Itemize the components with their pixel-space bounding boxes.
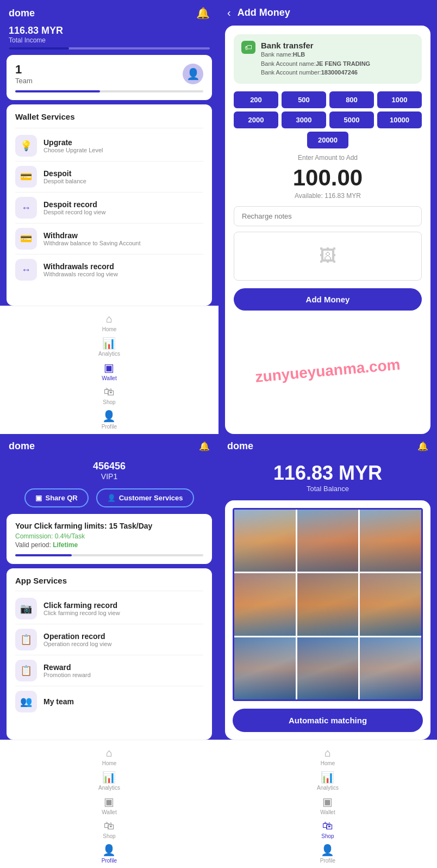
bank-tag-icon: 🏷 — [241, 41, 255, 54]
service-upgrade[interactable]: 💡 Upgrate Choose Upgrate Level — [15, 131, 203, 162]
nav-wallet-bl[interactable]: ▣ Wallet — [97, 793, 121, 817]
upload-box[interactable]: 🖼 — [234, 232, 422, 281]
bottom-nav-bl: ⌂ Home 📊 Analytics ▣ Wallet 🛍 Shop 👤 Pro… — [0, 740, 218, 868]
bottom-nav-br: ⌂ Home 📊 Analytics ▣ Wallet 🛍 Shop 👤 Pro… — [218, 740, 437, 868]
nav-analytics-tl[interactable]: 📊 Analytics — [94, 334, 124, 359]
amount-btn-2000[interactable]: 2000 — [234, 111, 278, 128]
amount-btn-10000[interactable]: 10000 — [377, 111, 422, 128]
img-cell-7 — [234, 637, 296, 699]
withdraw-icon: 💳 — [15, 228, 37, 250]
nav-shop-tl[interactable]: 🛍 Shop — [98, 383, 120, 407]
app-name-br: dome — [227, 441, 253, 452]
amount-btn-5000[interactable]: 5000 — [329, 111, 374, 128]
deposit-subtitle: Despoit balance — [43, 178, 86, 184]
img-cell-2 — [297, 510, 359, 572]
img-cell-6 — [360, 573, 421, 635]
profile-icon: 👤 — [102, 410, 116, 423]
service-reward[interactable]: 📋 Reward Promotion reward — [15, 655, 203, 686]
add-money-panel: ‹ Add Money 🏷 Bank transfer Bank name:HL… — [218, 0, 437, 434]
valid-value: Lifetime — [53, 541, 78, 549]
wallet-icon-br: ▣ — [322, 795, 333, 808]
customer-icon: 👤 — [107, 494, 116, 502]
wallet-services-title: Wallet Services — [15, 112, 203, 121]
home-icon-br: ⌂ — [324, 747, 331, 759]
bell-icon-tl[interactable]: 🔔 — [196, 7, 210, 20]
img-cell-5 — [297, 573, 359, 635]
top-bar-tr: ‹ Add Money — [218, 0, 437, 26]
recharge-notes-input[interactable] — [234, 206, 422, 226]
nav-profile-tl[interactable]: 👤 Profile — [97, 407, 121, 432]
withdrawals-record-subtitle: Withdrawals record log view — [43, 271, 118, 277]
analytics-icon-bl: 📊 — [102, 771, 116, 784]
amount-btn-200[interactable]: 200 — [234, 91, 278, 108]
bank-details: Bank name:HLB Bank Account name:JE FENG … — [261, 50, 370, 77]
nav-home-tl[interactable]: ⌂ Home — [98, 311, 121, 334]
service-click-farming[interactable]: 📷 Click farming record Click farming rec… — [15, 593, 203, 624]
wallet-services-panel: dome 🔔 116.83 MYR Total Income 1 Team 👤 … — [0, 0, 218, 434]
amount-btn-3000[interactable]: 3000 — [282, 111, 326, 128]
balance-bar-tl — [9, 47, 210, 49]
vip-bar — [15, 554, 203, 556]
balance-area-tl: 116.83 MYR Total Income — [0, 23, 218, 55]
auto-match-button[interactable]: Automatic matching — [233, 709, 423, 732]
my-team-icon: 👥 — [15, 691, 37, 712]
service-deposit-record[interactable]: ↔ Despoit record Despoit record log view — [15, 193, 203, 224]
balance-label-tl: Total Income — [9, 36, 210, 44]
nav-analytics-bl[interactable]: 📊 Analytics — [94, 768, 124, 793]
app-name-tl: dome — [9, 8, 35, 19]
app-name-bl: dome — [9, 441, 35, 452]
service-operation-record[interactable]: 📋 Operation record Operation record log … — [15, 624, 203, 655]
nav-home-bl[interactable]: ⌂ Home — [98, 745, 121, 768]
shop-icon-br: 🛍 — [322, 820, 333, 832]
click-farming-title: Click farming record — [43, 601, 120, 610]
click-farming-icon: 📷 — [15, 598, 37, 619]
nav-analytics-br[interactable]: 📊 Analytics — [313, 768, 343, 793]
big-balance: 116.83 MYR — [218, 462, 437, 485]
withdraw-title: Withdraw — [43, 231, 141, 240]
share-qr-button[interactable]: ▣ Share QR — [24, 488, 88, 507]
back-button[interactable]: ‹ — [227, 7, 231, 19]
nav-home-br[interactable]: ⌂ Home — [316, 745, 340, 768]
click-farming-subtitle: Click farming record log view — [43, 610, 120, 616]
nav-shop-bl[interactable]: 🛍 Shop — [98, 817, 120, 841]
nav-wallet-tl[interactable]: ▣ Wallet — [97, 359, 121, 383]
customer-service-button[interactable]: 👤 Customer Services — [96, 488, 194, 507]
top-bar-bl: dome 🔔 — [0, 434, 218, 456]
deposit-record-title: Despoit record — [43, 200, 105, 209]
service-withdrawals-record[interactable]: ↔ Withdrawals record Withdrawals record … — [15, 255, 203, 285]
amount-btn-800[interactable]: 800 — [329, 91, 374, 108]
bank-transfer-name: Bank transfer — [261, 41, 370, 50]
shop-icon-bl: 🛍 — [104, 820, 115, 832]
valid-period: Valid period: Lifetime — [15, 541, 203, 549]
user-info: 456456 VIP1 — [0, 456, 218, 488]
app-services-title: App Services — [15, 576, 203, 585]
nav-wallet-br[interactable]: ▣ Wallet — [316, 793, 339, 817]
nav-profile-bl[interactable]: 👤 Profile — [97, 841, 121, 866]
bell-icon-br[interactable]: 🔔 — [417, 441, 428, 451]
deposit-icon: 💳 — [15, 166, 37, 188]
reward-title: Reward — [43, 663, 91, 672]
amount-btn-20000[interactable]: 20000 — [307, 132, 348, 148]
commission-text: Commission: 0.4%/Task — [15, 532, 203, 540]
analytics-icon-br: 📊 — [321, 771, 334, 784]
img-cell-3 — [360, 510, 421, 572]
app-services-area: App Services 📷 Click farming record Clic… — [7, 568, 212, 740]
amount-btn-500[interactable]: 500 — [282, 91, 326, 108]
bank-info-box: 🏷 Bank transfer Bank name:HLB Bank Accou… — [234, 34, 422, 84]
nav-profile-br[interactable]: 👤 Profile — [316, 841, 340, 866]
service-my-team[interactable]: 👥 My team — [15, 686, 203, 717]
home-icon: ⌂ — [106, 313, 113, 325]
page-title-tr: Add Money — [238, 7, 290, 18]
service-deposit[interactable]: 💳 Despoit Despoit balance — [15, 162, 203, 193]
vip-card: Your Click farming limits: 15 Task/Day C… — [7, 514, 212, 564]
nav-shop-br[interactable]: 🛍 Shop — [317, 817, 338, 841]
add-money-button[interactable]: Add Money — [234, 288, 422, 311]
balance-label-br: Total Balance — [218, 485, 437, 493]
shop-icon: 🛍 — [104, 386, 115, 398]
top-bar-br: dome 🔔 — [218, 434, 437, 456]
service-withdraw[interactable]: 💳 Withdraw Withdraw balance to Saving Ac… — [15, 224, 203, 255]
amount-btn-1000[interactable]: 1000 — [377, 91, 422, 108]
home-icon-bl: ⌂ — [106, 747, 113, 759]
bell-icon-bl[interactable]: 🔔 — [199, 441, 210, 451]
amount-grid: 200 500 800 1000 2000 3000 5000 10000 — [234, 91, 422, 128]
